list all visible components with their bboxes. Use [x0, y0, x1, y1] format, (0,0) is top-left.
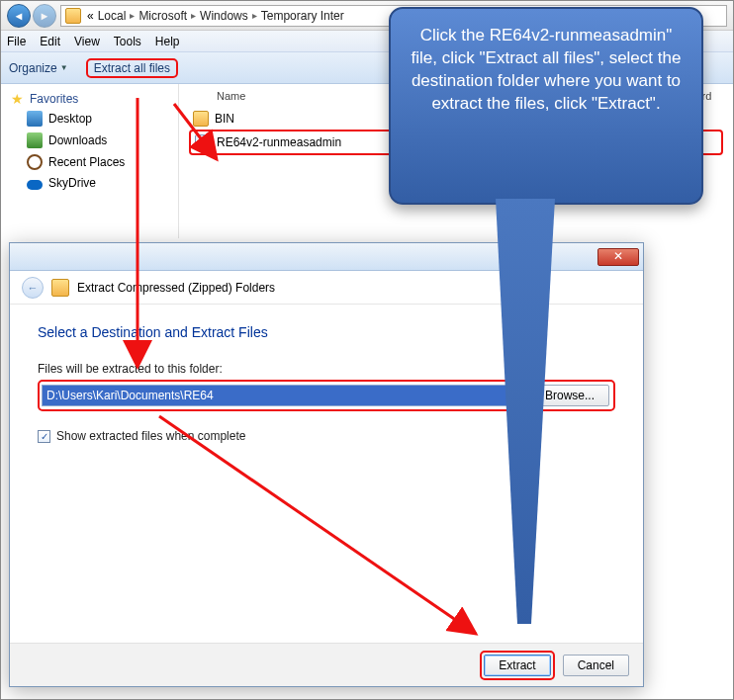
dialog-body: Select a Destination and Extract Files F…: [10, 305, 643, 643]
dialog-back-button[interactable]: ←: [22, 277, 44, 299]
favorites-header[interactable]: ★ Favorites: [1, 90, 178, 108]
sidebar-label: SkyDrive: [48, 176, 96, 190]
sidebar-item-recent[interactable]: Recent Places: [1, 151, 178, 173]
nav-buttons: ◄ ►: [7, 4, 56, 28]
sidebar-label: Recent Places: [48, 155, 125, 169]
star-icon: ★: [11, 92, 25, 106]
extract-highlight: Extract: [480, 651, 554, 680]
menu-tools[interactable]: Tools: [114, 35, 141, 48]
show-extracted-label: Show extracted files when complete: [56, 429, 245, 443]
crumb-microsoft[interactable]: Microsoft: [138, 9, 187, 23]
folder-icon: [65, 8, 81, 24]
desktop-icon: [27, 111, 43, 127]
chevron-right-icon: ▸: [191, 10, 196, 21]
dialog-footer: Extract Cancel: [10, 643, 643, 686]
file-label: RE64v2-runmeasadmin: [217, 135, 341, 149]
zip-folder-icon: [51, 279, 69, 297]
menu-help[interactable]: Help: [155, 35, 180, 48]
recent-icon: [27, 154, 43, 170]
chevron-right-icon: ▸: [130, 10, 135, 21]
instruction-callout: Click the RE64v2-runmeasadmin" file, cli…: [389, 7, 703, 205]
close-button[interactable]: ✕: [597, 248, 639, 266]
crumb-back[interactable]: «: [87, 9, 94, 23]
favorites-label: Favorites: [30, 92, 78, 106]
chevron-down-icon: ▼: [60, 63, 68, 72]
extract-button[interactable]: Extract: [484, 655, 550, 676]
downloads-icon: [27, 132, 43, 148]
nav-forward-button[interactable]: ►: [33, 4, 56, 28]
organize-button[interactable]: Organize ▼: [9, 61, 68, 75]
callout-text: Click the RE64v2-runmeasadmin" file, cli…: [412, 26, 682, 113]
nav-back-button[interactable]: ◄: [7, 4, 31, 28]
chevron-right-icon: ▸: [252, 10, 257, 21]
menu-view[interactable]: View: [74, 35, 100, 48]
app-icon: ⚙: [195, 134, 211, 150]
organize-label: Organize: [9, 61, 57, 75]
destination-path-input[interactable]: [42, 385, 524, 406]
folder-icon: [193, 111, 209, 127]
menu-file[interactable]: File: [7, 35, 26, 48]
checkbox-checked-icon[interactable]: ✓: [38, 430, 50, 443]
crumb-windows[interactable]: Windows: [200, 9, 248, 23]
cancel-button[interactable]: Cancel: [563, 655, 629, 676]
sidebar-item-downloads[interactable]: Downloads: [1, 130, 178, 151]
extract-all-files-button[interactable]: Extract all files: [86, 58, 178, 78]
sidebar: ★ Favorites Desktop Downloads Recent Pla…: [1, 84, 179, 238]
crumb-local[interactable]: Local: [98, 9, 127, 23]
crumb-temp[interactable]: Temporary Inter: [261, 9, 344, 23]
sidebar-item-skydrive[interactable]: SkyDrive: [1, 173, 178, 193]
dialog-title-text: Extract Compressed (Zipped) Folders: [77, 281, 275, 295]
sidebar-item-desktop[interactable]: Desktop: [1, 108, 178, 130]
skydrive-icon: [27, 180, 43, 190]
sidebar-label: Desktop: [48, 112, 92, 126]
menu-edit[interactable]: Edit: [40, 35, 60, 48]
file-label: BIN: [215, 112, 234, 126]
sidebar-label: Downloads: [48, 133, 107, 147]
extract-all-label: Extract all files: [94, 61, 170, 75]
